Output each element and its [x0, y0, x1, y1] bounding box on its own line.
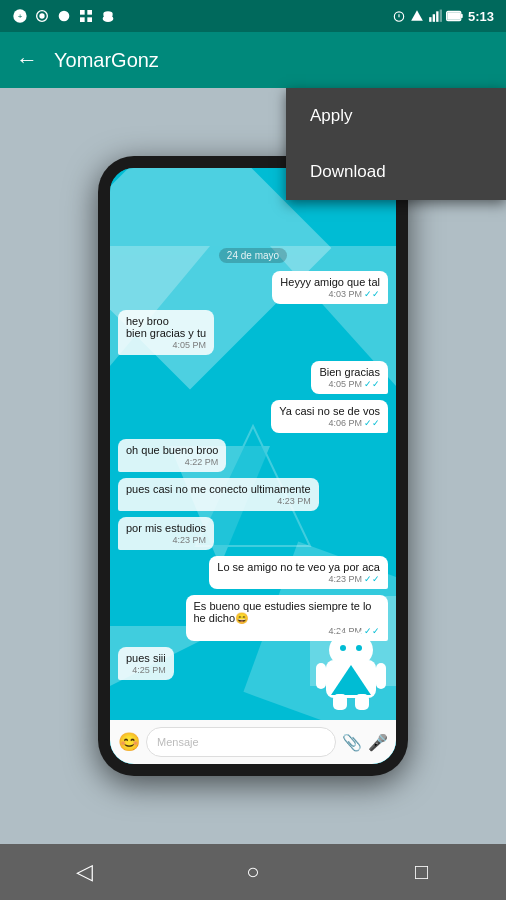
message-time: 4:03 PM — [328, 289, 362, 299]
svg-marker-15 — [411, 10, 423, 21]
svg-rect-42 — [333, 694, 347, 710]
message-checks: ✓✓ — [364, 379, 380, 389]
svg-rect-16 — [429, 17, 431, 22]
nav-back-button[interactable]: ◁ — [62, 850, 106, 894]
message-text: Lo se amigo no te veo ya por aca — [217, 561, 380, 573]
svg-rect-22 — [447, 12, 460, 20]
message-time: 4:23 PM — [277, 496, 311, 506]
message-placeholder: Mensaje — [157, 736, 199, 748]
svg-point-12 — [103, 11, 112, 18]
nav-recent-button[interactable]: □ — [400, 850, 444, 894]
apply-menu-item[interactable]: Apply — [286, 88, 506, 144]
message-time: 4:25 PM — [132, 665, 166, 675]
message-checks: ✓✓ — [364, 418, 380, 428]
svg-rect-17 — [433, 14, 435, 22]
message-bubble-received-1: hey broo bien gracias y tu 4:05 PM — [118, 310, 214, 355]
message-text: hey broo bien gracias y tu — [126, 315, 206, 339]
dropdown-menu: Apply Download — [286, 88, 506, 200]
svg-point-36 — [356, 645, 362, 651]
svg-rect-41 — [376, 663, 386, 689]
phone-screen: 📶 100% 03:39 PM ← — [110, 168, 396, 764]
time-display: 5:13 — [468, 9, 494, 24]
message-bubble-sent-4: Lo se amigo no te veo ya por aca 4:23 PM… — [209, 556, 388, 589]
message-time: 4:06 PM — [328, 418, 362, 428]
message-time: 4:23 PM — [173, 535, 207, 545]
svg-text:+: + — [18, 12, 23, 21]
message-meta: 4:23 PM — [126, 535, 206, 545]
message-input[interactable]: Mensaje — [146, 727, 336, 757]
message-time: 4:05 PM — [328, 379, 362, 389]
svg-rect-43 — [355, 694, 369, 710]
android-icon — [100, 8, 116, 24]
message-checks: ✓✓ — [364, 289, 380, 299]
phone-input-bar: 😊 Mensaje 📎 🎤 — [110, 720, 396, 764]
status-bar: + 5:13 — [0, 0, 506, 32]
message-meta: 4:05 PM — [126, 340, 206, 350]
nav-home-button[interactable]: ○ — [231, 850, 275, 894]
message-bubble-received-4: por mis estudios 4:23 PM — [118, 517, 214, 550]
message-time: 4:22 PM — [185, 457, 219, 467]
grid-icon — [78, 8, 94, 24]
message-meta: 4:22 PM — [126, 457, 218, 467]
date-divider-label: 24 de mayo — [219, 248, 287, 263]
message-meta: 4:25 PM — [126, 665, 166, 675]
svg-point-34 — [329, 632, 373, 668]
signal-bars-icon — [428, 9, 442, 23]
message-text: oh que bueno broo — [126, 444, 218, 456]
svg-point-4 — [59, 11, 70, 22]
android-mascot-svg — [316, 630, 386, 710]
svg-rect-40 — [316, 663, 326, 689]
android-mascot — [316, 630, 386, 710]
status-bar-left-icons: + — [12, 8, 116, 24]
status-bar-right: 5:13 — [392, 9, 494, 24]
message-meta: 4:03 PM ✓✓ — [280, 289, 380, 299]
message-meta: 4:23 PM — [126, 496, 311, 506]
phone-mockup: 📶 100% 03:39 PM ← — [98, 156, 408, 776]
message-text: por mis estudios — [126, 522, 206, 534]
svg-point-3 — [39, 13, 44, 18]
svg-rect-19 — [440, 10, 442, 22]
circle-icon — [34, 8, 50, 24]
message-bubble-received-2: oh que bueno broo 4:22 PM — [118, 439, 226, 472]
message-bubble-sent-3: Ya casi no se de vos 4:06 PM ✓✓ — [271, 400, 388, 433]
emoji-button[interactable]: 😊 — [118, 731, 140, 753]
svg-point-35 — [340, 645, 346, 651]
message-bubble-sent-1: Heyyy amigo que tal 4:03 PM ✓✓ — [272, 271, 388, 304]
svg-rect-8 — [87, 17, 92, 22]
main-content: 📶 100% 03:39 PM ← — [0, 88, 506, 844]
message-text: Es bueno que estudies siempre te lo he d… — [194, 600, 381, 625]
battery-icon — [446, 9, 464, 23]
download-menu-item[interactable]: Download — [286, 144, 506, 200]
mic-button[interactable]: 🎤 — [368, 733, 388, 752]
signal-icon — [410, 9, 424, 23]
message-checks: ✓✓ — [364, 574, 380, 584]
notification-icon: + — [12, 8, 28, 24]
message-bubble-sent-2: Bien gracias 4:05 PM ✓✓ — [311, 361, 388, 394]
message-text: Ya casi no se de vos — [279, 405, 380, 417]
back-button[interactable]: ← — [16, 47, 38, 73]
svg-rect-18 — [436, 11, 438, 21]
svg-line-38 — [359, 630, 364, 634]
app-bar-title: YomarGonz — [54, 49, 490, 72]
svg-rect-21 — [461, 14, 463, 18]
alarm-icon — [392, 9, 406, 23]
message-text: Heyyy amigo que tal — [280, 276, 380, 288]
message-time: 4:23 PM — [328, 574, 362, 584]
spotify-icon — [56, 8, 72, 24]
svg-rect-6 — [87, 10, 92, 15]
message-bubble-received-3: pues casi no me conecto ultimamente 4:23… — [118, 478, 319, 511]
message-bubble-received-5: pues siii 4:25 PM — [118, 647, 174, 680]
message-time: 4:05 PM — [173, 340, 207, 350]
message-text: Bien gracias — [319, 366, 380, 378]
message-meta: 4:06 PM ✓✓ — [279, 418, 380, 428]
app-bar: ← YomarGonz — [0, 32, 506, 88]
nav-bar: ◁ ○ □ — [0, 844, 506, 900]
svg-line-37 — [338, 630, 343, 634]
message-meta: 4:23 PM ✓✓ — [217, 574, 380, 584]
attach-button[interactable]: 📎 — [342, 733, 362, 752]
message-text: pues casi no me conecto ultimamente — [126, 483, 311, 495]
message-meta: 4:05 PM ✓✓ — [319, 379, 380, 389]
svg-rect-5 — [80, 10, 85, 15]
svg-rect-7 — [80, 17, 85, 22]
message-text: pues siii — [126, 652, 166, 664]
